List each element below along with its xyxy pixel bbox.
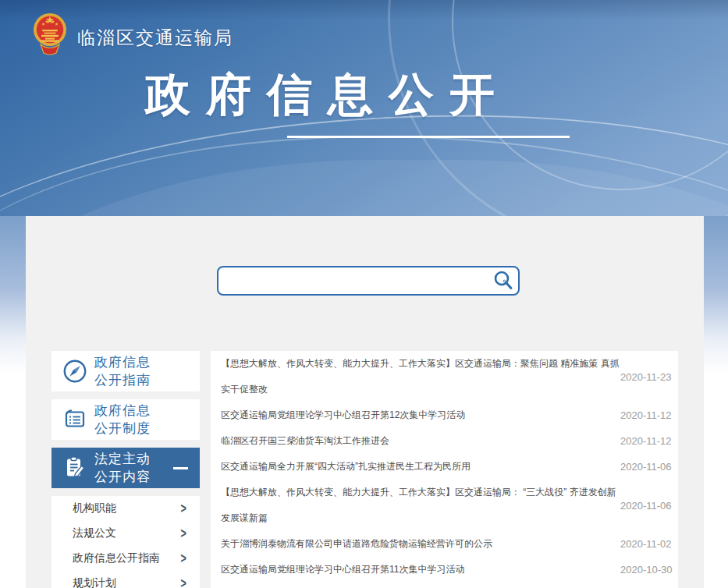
page: 临淄区交通运输局 政府信息公开 bbox=[0, 0, 728, 588]
search-icon bbox=[492, 270, 514, 292]
chevron-right-icon: > bbox=[180, 501, 186, 516]
sidebar: 政府信息 公开指南 政府信息 公开制度 bbox=[51, 351, 200, 588]
news-list-item[interactable]: 区交通运输局党组理论学习中心组召开第12次集中学习活动 2020-11-12 bbox=[211, 402, 678, 428]
sidebar-item-label: 政府信息 公开制度 bbox=[94, 402, 151, 437]
news-date: 2020-11-06 bbox=[620, 461, 672, 473]
ledger-icon bbox=[62, 406, 88, 433]
chevron-right-icon: > bbox=[180, 551, 186, 566]
news-date: 2020-11-12 bbox=[620, 409, 672, 421]
collapse-minus-icon[interactable] bbox=[173, 467, 188, 469]
news-date: 2020-11-02 bbox=[620, 538, 672, 550]
sidebar-submenu-item[interactable]: 机构职能 > bbox=[51, 496, 200, 521]
chevron-right-icon: > bbox=[180, 576, 186, 588]
national-emblem-icon bbox=[33, 11, 67, 56]
search-button[interactable] bbox=[492, 270, 515, 292]
sidebar-submenu: 机构职能 > 法规公文 > 政府信息公开指南 > 规划计划 bbox=[51, 496, 200, 588]
submenu-item-label: 规划计划 bbox=[73, 576, 116, 588]
search-bar bbox=[217, 266, 520, 296]
sidebar-item-label: 政府信息 公开指南 bbox=[94, 353, 151, 389]
chevron-right-icon: > bbox=[180, 526, 186, 541]
sidebar-submenu-item[interactable]: 政府信息公开指南 > bbox=[51, 546, 200, 571]
news-list-item[interactable]: 【思想大解放、作风大转变、能力大提升、工作大落实】区交通运输局： “三大战役” … bbox=[211, 480, 678, 531]
news-list-item[interactable]: 关于淄博润泰物流有限公司申请道路危险货物运输经营许可的公示 2020-11-02 bbox=[211, 531, 678, 557]
sidebar-item-gov-info-system[interactable]: 政府信息 公开制度 bbox=[51, 399, 200, 440]
compass-icon bbox=[62, 358, 88, 384]
news-title[interactable]: 区交通运输局党组理论学习中心组召开第12次集中学习活动 bbox=[221, 402, 620, 428]
news-date: 2020-11-23 bbox=[620, 371, 672, 383]
news-list-item[interactable]: 【思想大解放、作风大转变、能力大提升、工作大落实】区交通运输局：聚焦问题 精准施… bbox=[211, 351, 678, 402]
news-list-item[interactable]: 临淄区召开国三柴油货车淘汰工作推进会 2020-11-12 bbox=[211, 428, 678, 454]
site-brand[interactable]: 临淄区交通运输局 bbox=[33, 11, 233, 56]
submenu-item-label: 机构职能 bbox=[73, 501, 116, 515]
news-list-item[interactable]: 区交通运输局党组理论学习中心组召开第11次集中学习活动 2020-10-30 bbox=[211, 557, 678, 583]
sidebar-item-gov-info-guide[interactable]: 政府信息 公开指南 bbox=[51, 351, 200, 391]
news-title[interactable]: 【思想大解放、作风大转变、能力大提升、工作大落实】区交通运输局：聚焦问题 精准施… bbox=[221, 351, 620, 402]
news-date: 2020-11-06 bbox=[620, 500, 672, 512]
content-card: 政府信息 公开指南 政府信息 公开制度 bbox=[26, 216, 704, 588]
sidebar-item-statutory-disclosure[interactable]: 法定主动 公开内容 bbox=[51, 448, 200, 488]
news-date: 2020-11-12 bbox=[620, 435, 672, 447]
news-title[interactable]: 临淄区召开国三柴油货车淘汰工作推进会 bbox=[221, 428, 620, 454]
news-title[interactable]: 区交通运输局全力开展“四大活动”扎实推进民生工程为民所用 bbox=[221, 454, 620, 480]
news-list-item[interactable]: 区交通运输局全力开展“四大活动”扎实推进民生工程为民所用 2020-11-06 bbox=[211, 454, 678, 480]
page-title: 政府信息公开 bbox=[145, 67, 510, 122]
sidebar-submenu-item[interactable]: 规划计划 > bbox=[51, 571, 200, 588]
clipboard-pencil-icon bbox=[62, 455, 88, 481]
news-date: 2020-10-30 bbox=[620, 564, 673, 576]
submenu-item-label: 法规公文 bbox=[73, 526, 116, 540]
news-title[interactable]: 关于淄博润泰物流有限公司申请道路危险货物运输经营许可的公示 bbox=[221, 531, 620, 557]
banner: 临淄区交通运输局 政府信息公开 bbox=[0, 0, 728, 216]
title-underline bbox=[287, 136, 570, 138]
search-input[interactable] bbox=[217, 266, 520, 296]
news-title[interactable]: 【思想大解放、作风大转变、能力大提升、工作大落实】区交通运输局： “三大战役” … bbox=[221, 480, 620, 531]
sidebar-submenu-item[interactable]: 法规公文 > bbox=[51, 521, 200, 546]
news-title[interactable]: 区交通运输局党组理论学习中心组召开第11次集中学习活动 bbox=[221, 557, 620, 583]
news-list: 【思想大解放、作风大转变、能力大提升、工作大落实】区交通运输局：聚焦问题 精准施… bbox=[211, 351, 678, 588]
org-name: 临淄区交通运输局 bbox=[77, 26, 233, 50]
sidebar-item-label: 法定主动 公开内容 bbox=[94, 450, 151, 486]
submenu-item-label: 政府信息公开指南 bbox=[73, 551, 160, 565]
